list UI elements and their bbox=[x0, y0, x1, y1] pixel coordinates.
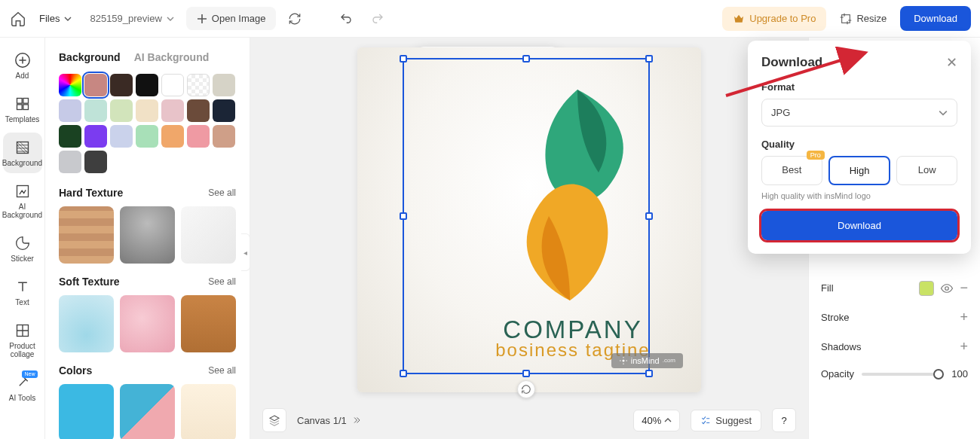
opacity-slider[interactable] bbox=[862, 373, 939, 376]
filename-dropdown[interactable]: 825159_preview bbox=[84, 8, 179, 29]
resize-handle-mr[interactable] bbox=[645, 212, 653, 220]
background-icon bbox=[14, 139, 32, 157]
texture-concrete[interactable] bbox=[120, 206, 175, 264]
quality-best[interactable]: Best Pro bbox=[761, 156, 822, 185]
color-swatch[interactable] bbox=[110, 99, 133, 122]
texture-water[interactable] bbox=[59, 295, 114, 352]
quality-low[interactable]: Low bbox=[896, 156, 957, 185]
layers-button[interactable] bbox=[262, 408, 286, 432]
selection-box[interactable]: COMPANY bosiness tagtine bbox=[403, 58, 650, 374]
resize-button[interactable]: Resize bbox=[832, 8, 894, 29]
add-stroke-button[interactable]: + bbox=[960, 309, 968, 325]
undo-button[interactable] bbox=[333, 6, 359, 32]
side-panel: Background AI Background Hard Texture Se… bbox=[45, 38, 250, 439]
color-cyan[interactable] bbox=[59, 384, 114, 439]
collapse-panel-button[interactable]: ◂ bbox=[241, 233, 250, 271]
color-swatch[interactable] bbox=[59, 99, 81, 122]
texture-marble[interactable] bbox=[181, 206, 236, 264]
color-swatch[interactable] bbox=[187, 125, 210, 148]
nav-sticker[interactable]: Sticker bbox=[3, 228, 42, 269]
remove-fill-icon[interactable]: − bbox=[960, 280, 968, 296]
artboard[interactable]: COMPANY bosiness tagtine ins bbox=[357, 47, 701, 392]
color-swatch[interactable] bbox=[213, 99, 235, 122]
color-swatch[interactable] bbox=[161, 74, 184, 96]
quality-high[interactable]: High bbox=[828, 156, 891, 185]
color-swatch[interactable] bbox=[84, 99, 107, 122]
colors-seeall[interactable]: See all bbox=[208, 365, 236, 376]
resize-handle-bl[interactable] bbox=[400, 370, 407, 377]
color-diagonal[interactable] bbox=[120, 384, 175, 439]
resize-handle-br[interactable] bbox=[645, 370, 653, 377]
redo-button[interactable] bbox=[365, 6, 390, 32]
zoom-control[interactable]: 40% bbox=[633, 410, 680, 431]
quality-high-label: High bbox=[850, 165, 870, 176]
soft-texture-title: Soft Texture bbox=[59, 276, 120, 288]
color-swatch[interactable] bbox=[110, 125, 133, 148]
nav-product-collage-label: Product collage bbox=[3, 342, 42, 358]
slider-knob[interactable] bbox=[933, 369, 944, 380]
color-swatch[interactable] bbox=[136, 125, 158, 148]
resize-handle-tr[interactable] bbox=[645, 55, 653, 62]
color-swatch[interactable] bbox=[187, 99, 210, 122]
nav-ai-tools[interactable]: New AI Tools bbox=[3, 367, 42, 408]
color-swatch[interactable] bbox=[84, 151, 107, 173]
suggest-label: Suggest bbox=[715, 415, 752, 426]
color-swatch[interactable] bbox=[59, 125, 81, 148]
color-swatch[interactable] bbox=[213, 74, 235, 96]
resize-handle-bm[interactable] bbox=[522, 370, 530, 377]
resize-handle-tl[interactable] bbox=[400, 55, 407, 62]
sticker-icon bbox=[14, 234, 32, 252]
tab-background[interactable]: Background bbox=[59, 51, 121, 63]
resize-handle-tm[interactable] bbox=[522, 55, 530, 62]
download-button[interactable]: Download bbox=[900, 6, 971, 31]
color-swatch[interactable] bbox=[84, 125, 107, 148]
chevron-down-icon bbox=[939, 108, 948, 117]
hard-texture-seeall[interactable]: See all bbox=[208, 187, 236, 198]
open-image-button[interactable]: Open Image bbox=[186, 7, 277, 30]
svg-rect-5 bbox=[23, 105, 28, 110]
color-swatch[interactable] bbox=[84, 74, 107, 96]
nav-background[interactable]: Background bbox=[3, 133, 42, 173]
svg-rect-3 bbox=[23, 99, 28, 104]
color-swatch[interactable] bbox=[136, 99, 158, 122]
color-swatch[interactable] bbox=[161, 99, 184, 122]
add-shadow-button[interactable]: + bbox=[960, 339, 968, 355]
nav-ai-background[interactable]: AI Background bbox=[3, 176, 42, 225]
soft-texture-seeall[interactable]: See all bbox=[208, 276, 236, 287]
rotate-handle[interactable] bbox=[517, 380, 535, 398]
files-label: Files bbox=[39, 13, 60, 24]
canvas-indicator[interactable]: Canvas 1/1 bbox=[297, 415, 362, 426]
color-swatch[interactable] bbox=[59, 151, 81, 173]
help-button[interactable]: ? bbox=[772, 408, 796, 432]
close-popup-button[interactable]: ✕ bbox=[946, 54, 957, 71]
resize-label: Resize bbox=[856, 13, 887, 24]
color-swatch[interactable] bbox=[110, 74, 133, 96]
nav-product-collage[interactable]: Product collage bbox=[3, 316, 42, 364]
sync-icon[interactable] bbox=[282, 6, 308, 32]
nav-add[interactable]: Add bbox=[3, 45, 42, 86]
texture-wood[interactable] bbox=[59, 206, 114, 264]
texture-pink-silk[interactable] bbox=[120, 295, 175, 352]
visibility-icon[interactable] bbox=[940, 282, 954, 295]
color-swatch[interactable] bbox=[136, 74, 158, 96]
suggest-button[interactable]: Suggest bbox=[691, 410, 761, 431]
home-icon[interactable] bbox=[9, 10, 27, 28]
resize-handle-ml[interactable] bbox=[400, 212, 407, 220]
ai-background-icon bbox=[14, 182, 32, 200]
color-swatch[interactable] bbox=[187, 74, 210, 96]
files-menu[interactable]: Files bbox=[33, 8, 78, 29]
format-select[interactable]: JPG bbox=[761, 99, 957, 127]
texture-leather[interactable] bbox=[181, 295, 236, 352]
nav-text[interactable]: Text bbox=[3, 272, 42, 312]
format-label: Format bbox=[761, 81, 957, 93]
color-cream[interactable] bbox=[181, 384, 236, 439]
fill-color-chip[interactable] bbox=[919, 281, 934, 296]
pro-badge: Pro bbox=[807, 151, 825, 160]
color-swatch[interactable] bbox=[213, 125, 235, 148]
download-confirm-button[interactable]: Download bbox=[761, 211, 957, 240]
color-swatch[interactable] bbox=[59, 74, 81, 96]
tab-ai-background[interactable]: AI Background bbox=[134, 51, 210, 63]
color-swatch[interactable] bbox=[161, 125, 184, 148]
upgrade-button[interactable]: Upgrade to Pro bbox=[722, 7, 826, 31]
nav-templates[interactable]: Templates bbox=[3, 89, 42, 130]
